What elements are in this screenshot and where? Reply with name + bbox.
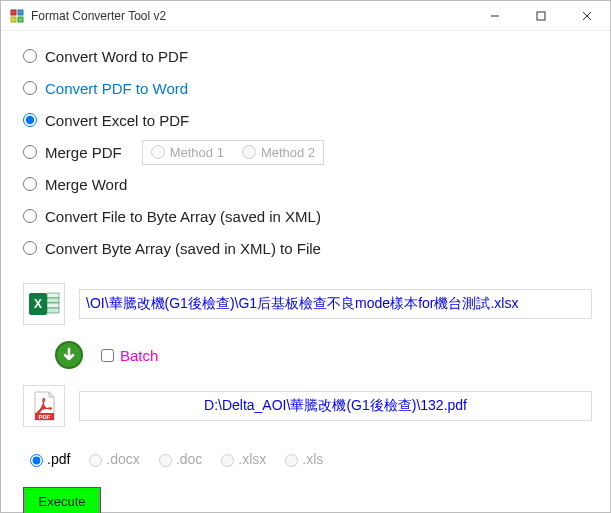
option-label: Convert PDF to Word xyxy=(45,80,188,97)
maximize-button[interactable] xyxy=(518,1,564,31)
method1-radio: Method 1 xyxy=(151,145,224,160)
app-icon xyxy=(9,8,25,24)
option-merge-word[interactable]: Merge Word xyxy=(23,176,127,193)
svg-rect-13 xyxy=(47,308,59,313)
pdf-icon[interactable]: PDF xyxy=(23,385,65,427)
output-file-row: PDF D:\Delta_AOI\華騰改機(G1後檢查)\132.pdf xyxy=(23,385,592,427)
option-word-to-pdf[interactable]: Convert Word to PDF xyxy=(23,48,188,65)
svg-rect-1 xyxy=(18,10,23,15)
ext-pdf[interactable]: .pdf xyxy=(25,451,70,467)
svg-rect-11 xyxy=(47,298,59,303)
ext-xlsx: .xlsx xyxy=(216,451,266,467)
svg-rect-3 xyxy=(18,17,23,22)
input-file-row: X \OI\華騰改機(G1後檢查)\G1后基板檢查不良mode樣本for機台測試… xyxy=(23,283,592,325)
batch-row: Batch xyxy=(55,341,592,369)
extension-row: .pdf .docx .doc .xlsx .xls xyxy=(25,451,592,467)
option-label: Convert File to Byte Array (saved in XML… xyxy=(45,208,321,225)
execute-label: Execute xyxy=(39,494,86,509)
option-label: Merge Word xyxy=(45,176,127,193)
option-excel-to-pdf[interactable]: Convert Excel to PDF xyxy=(23,112,189,129)
output-path-field[interactable]: D:\Delta_AOI\華騰改機(G1後檢查)\132.pdf xyxy=(79,391,592,421)
ext-label: .doc xyxy=(176,451,202,467)
minimize-button[interactable] xyxy=(472,1,518,31)
ext-label: .docx xyxy=(106,451,139,467)
svg-rect-10 xyxy=(47,293,59,298)
ext-xls: .xls xyxy=(280,451,323,467)
option-label: Convert Byte Array (saved in XML) to Fil… xyxy=(45,240,321,257)
option-byte-to-file[interactable]: Convert Byte Array (saved in XML) to Fil… xyxy=(23,240,321,257)
ext-doc: .doc xyxy=(154,451,202,467)
option-label: Convert Word to PDF xyxy=(45,48,188,65)
app-window: Format Converter Tool v2 Convert Word to… xyxy=(0,0,611,513)
arrow-down-icon[interactable] xyxy=(55,341,83,369)
option-merge-pdf[interactable]: Merge PDF xyxy=(23,144,122,161)
batch-label-text: Batch xyxy=(120,347,158,364)
execute-button[interactable]: Execute xyxy=(23,487,101,513)
svg-rect-5 xyxy=(537,12,545,20)
svg-text:PDF: PDF xyxy=(39,414,51,420)
input-path-field[interactable]: \OI\華騰改機(G1後檢查)\G1后基板檢查不良mode樣本for機台測試.x… xyxy=(79,289,592,319)
ext-label: .pdf xyxy=(47,451,70,467)
ext-label: .xlsx xyxy=(238,451,266,467)
method-group: Method 1 Method 2 xyxy=(142,140,324,165)
titlebar: Format Converter Tool v2 xyxy=(1,1,610,31)
option-label: Convert Excel to PDF xyxy=(45,112,189,129)
svg-rect-0 xyxy=(11,10,16,15)
close-button[interactable] xyxy=(564,1,610,31)
svg-rect-2 xyxy=(11,17,16,22)
ext-label: .xls xyxy=(302,451,323,467)
window-controls xyxy=(472,1,610,31)
svg-rect-12 xyxy=(47,303,59,308)
svg-text:X: X xyxy=(34,297,42,311)
ext-docx: .docx xyxy=(84,451,139,467)
input-path-text: \OI\華騰改機(G1後檢查)\G1后基板檢查不良mode樣本for機台測試.x… xyxy=(86,295,518,313)
content-area: Convert Word to PDF Convert PDF to Word … xyxy=(1,31,610,513)
option-file-to-byte[interactable]: Convert File to Byte Array (saved in XML… xyxy=(23,208,321,225)
method-label: Method 2 xyxy=(261,145,315,160)
option-label: Merge PDF xyxy=(45,144,122,161)
output-path-text: D:\Delta_AOI\華騰改機(G1後檢查)\132.pdf xyxy=(204,397,467,415)
window-title: Format Converter Tool v2 xyxy=(31,9,472,23)
option-pdf-to-word[interactable]: Convert PDF to Word xyxy=(23,80,188,97)
batch-checkbox[interactable]: Batch xyxy=(97,346,158,365)
method-label: Method 1 xyxy=(170,145,224,160)
method2-radio: Method 2 xyxy=(242,145,315,160)
excel-icon[interactable]: X xyxy=(23,283,65,325)
